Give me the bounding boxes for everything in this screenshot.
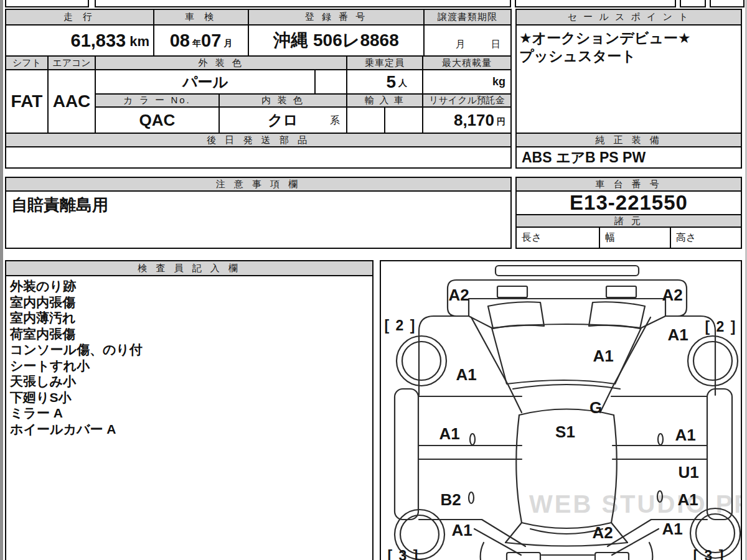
damage-code-label: A1 — [677, 490, 698, 510]
notes-body: 自賠責離島用 — [5, 190, 512, 249]
sales-point-body: ★オークションデビュー★ プッシュスタート — [515, 24, 742, 134]
topcut-cell — [95, 0, 511, 7]
damage-code-label: A1 — [451, 521, 472, 540]
scan-left-edge — [0, 0, 3, 560]
damage-code-label: A1 — [456, 365, 476, 385]
import-value-cell-left — [346, 106, 385, 134]
damage-code-label: [ 2 ] — [705, 319, 737, 335]
mileage-value: 61,833 km — [5, 24, 154, 57]
equipment-value: ABS エアB PS PW — [515, 146, 742, 169]
damage-code-label: A1 — [439, 424, 459, 444]
damage-code-label: [ 3 ] — [693, 548, 725, 560]
notes-text: 自賠責離島用 — [11, 195, 108, 214]
later-parts-value — [5, 146, 512, 169]
inspector-note: コンソール傷、のり付 — [10, 342, 372, 358]
registration-number: 沖縄 506レ8868 — [273, 29, 398, 52]
auction-sheet: { "watermark": "WEB STUDIO PRO", "top_ta… — [0, 0, 747, 560]
topcut-cell — [710, 0, 745, 7]
damage-code-label: A1 — [662, 520, 682, 539]
recycle-fee-number: 8,170 — [454, 111, 494, 130]
transfer-month: 月 — [456, 39, 465, 50]
registration-header: 登 録 番 号 — [248, 9, 425, 26]
interior-color-suffix: 系 — [330, 114, 340, 128]
mileage-unit: km — [129, 34, 149, 50]
transfer-day: 日 — [491, 39, 500, 50]
exterior-color-value: パール — [95, 69, 316, 95]
import-value-cell-right — [384, 106, 423, 134]
aircon-header: エアコン — [47, 55, 96, 70]
interior-color-name: クロ — [268, 110, 298, 130]
inspector-note: 荷室内張傷 — [10, 326, 372, 342]
sales-point-line1: ★オークションデビュー★ — [519, 29, 738, 47]
specs-length-label: 長さ — [522, 231, 542, 245]
later-parts-header: 後 日 発 送 部 品 — [5, 133, 512, 147]
inspector-note: 室内内張傷 — [10, 294, 372, 310]
inspector-note: シートすれ小 — [10, 358, 372, 374]
transfer-deadline-value: 月 日 — [423, 24, 512, 57]
exterior-color-extra-cell — [314, 69, 347, 95]
mileage-header: 走 行 — [5, 9, 154, 26]
capacity-value: 5 人 — [346, 69, 423, 95]
damage-code-label: [ 2 ] — [385, 317, 416, 334]
damage-code-label: A2 — [448, 286, 469, 305]
inspection-month: 07 — [201, 30, 221, 51]
topcut-cell — [515, 0, 676, 7]
equipment-list: ABS エアB PS PW — [522, 148, 646, 167]
color-no-value: QAC — [95, 106, 220, 134]
sales-point-header: セ ー ル ス ポ イ ン ト — [515, 9, 742, 26]
color-no-header: カ ラ ー No. — [95, 93, 220, 108]
damage-code-label: G — [590, 398, 602, 418]
inspector-note: 下廻りS小 — [10, 390, 372, 406]
damage-code-label: S1 — [555, 422, 575, 442]
damage-code-label: B2 — [440, 490, 461, 510]
inspector-note: ホイールカバー A — [10, 421, 372, 437]
aircon-code: AAC — [53, 91, 91, 111]
inspection-month-suffix: 月 — [223, 38, 232, 49]
import-header: 輸 入 車 — [346, 93, 423, 108]
interior-color-value: クロ 系 — [218, 106, 347, 134]
damage-code-label: U1 — [678, 463, 698, 482]
inspection-value: 08 年 07 月 — [153, 24, 249, 57]
diagram-box: WEB STUDIO PRO — [380, 260, 742, 560]
sales-point-line2: プッシュスタート — [519, 47, 738, 65]
inspector-header: 検 査 員 記 入 欄 — [6, 261, 372, 276]
damage-code-label: [ 3 ] — [388, 548, 420, 560]
specs-length-cell: 長さ — [515, 226, 600, 249]
capacity-number: 5 — [386, 72, 396, 92]
inspector-note: 外装のり跡 — [10, 278, 372, 294]
max-load-value: kg — [422, 69, 512, 95]
damage-code-label: A1 — [675, 426, 695, 445]
topcut-cell — [680, 0, 706, 7]
color-no-code: QAC — [139, 111, 176, 130]
chassis-header: 車 台 番 号 — [515, 177, 742, 192]
damage-code-label: A2 — [662, 286, 682, 305]
inspector-note: 天張しみ小 — [10, 373, 372, 390]
interior-color-header: 内 装 色 — [218, 93, 347, 108]
transfer-deadline-header: 譲渡書類期限 — [423, 9, 512, 26]
recycle-fee-value: 8,170 円 — [422, 106, 512, 134]
shift-code: FAT — [11, 91, 43, 111]
exterior-color-name: パール — [182, 72, 228, 92]
specs-header: 諸 元 — [515, 214, 742, 228]
inspection-year: 08 — [170, 30, 190, 51]
inspector-note: ミラー A — [10, 405, 372, 421]
recycle-fee-header: リサイクル預託金 — [422, 93, 512, 108]
max-load-unit: kg — [492, 75, 505, 88]
max-load-header: 最大積載量 — [422, 55, 512, 70]
aircon-value: AAC — [47, 69, 96, 134]
inspection-header: 車 検 — [153, 9, 249, 26]
specs-width-cell: 幅 — [599, 226, 671, 249]
damage-labels: A2A2[ 2 ][ 2 ]A1A1A1GS1A1A1U1B2A1A1A1A2[… — [381, 261, 741, 560]
damage-code-label: A1 — [593, 347, 613, 366]
recycle-fee-unit: 円 — [497, 116, 505, 128]
topcut-cell — [5, 0, 89, 7]
registration-value: 沖縄 506レ8868 — [248, 24, 425, 57]
inspector-note: 室内薄汚れ — [10, 310, 372, 326]
capacity-header: 乗車定員 — [346, 55, 423, 70]
chassis-value: E13-221550 — [515, 190, 742, 215]
notes-header: 注 意 事 項 欄 — [5, 177, 512, 192]
shift-header: シフト — [5, 55, 49, 70]
equipment-header: 純 正 装 備 — [515, 133, 742, 147]
specs-height-label: 高さ — [676, 231, 696, 245]
specs-height-cell: 高さ — [670, 226, 742, 249]
